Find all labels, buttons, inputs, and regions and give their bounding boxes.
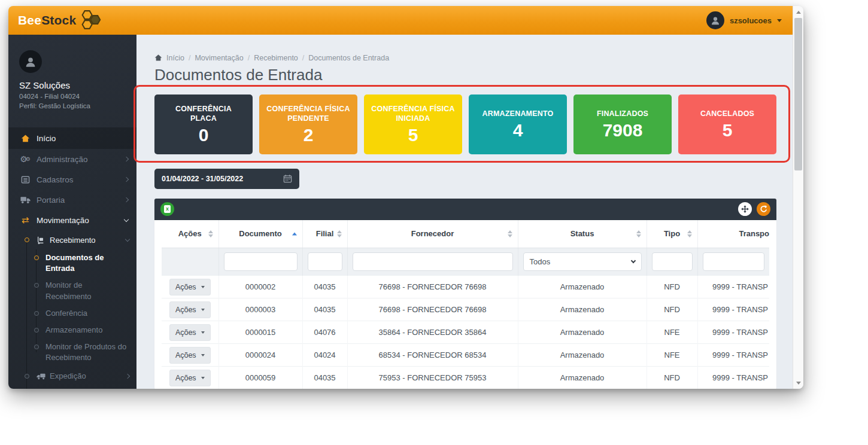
column-label: Transpo — [739, 229, 769, 238]
user-avatar — [706, 11, 724, 29]
sidebar-item-armazenamento[interactable]: Armazenamento — [8, 322, 136, 339]
chevron-right-icon — [125, 373, 130, 378]
filter-fornecedor-input[interactable] — [353, 252, 513, 271]
sidebar-item-expedicao[interactable]: Expedição — [8, 367, 136, 386]
column-header-transportadora[interactable]: Transpo — [697, 220, 769, 248]
filter-tipo-input[interactable] — [652, 252, 693, 271]
breadcrumb-recebimento[interactable]: Recebimento — [254, 54, 298, 62]
expand-table-button[interactable] — [738, 202, 752, 216]
sidebar-item-portaria[interactable]: Portaria — [8, 190, 136, 210]
calendar-icon — [283, 174, 292, 183]
table-row: Ações 0000015 04076 35864 - FORNECEDOR 3… — [162, 321, 769, 344]
table-filter-row: Todos — [162, 248, 769, 276]
row-actions-button[interactable]: Ações — [169, 301, 211, 318]
card-armazenamento[interactable]: ARMAZENAMENTO 4 — [469, 95, 567, 154]
sidebar-item-recebimento[interactable]: Recebimento — [8, 230, 136, 249]
card-conferencia-fisica-iniciada[interactable]: CONFERÊNCIA FÍSICA INICIADA 5 — [364, 95, 462, 154]
sidebar-item-label: Cadastros — [37, 175, 125, 184]
scroll-up-arrow[interactable] — [793, 7, 803, 17]
sort-icon — [208, 230, 213, 237]
expand-arrows-icon — [740, 205, 749, 214]
column-label: Status — [570, 229, 594, 238]
cell-filial: 04035 — [314, 282, 335, 291]
cell-transportadora: 9999 - TRANSP — [712, 282, 768, 291]
sidebar-item-label: Conferência — [45, 309, 87, 318]
breadcrumb-inicio[interactable]: Início — [166, 54, 184, 62]
table-toolbar-right — [738, 202, 770, 216]
sidebar-item-documentos-de-entrada[interactable]: Documentos de Entrada — [8, 249, 136, 277]
truck-icon — [35, 373, 47, 380]
cell-documento: 0000024 — [245, 350, 276, 359]
cell-documento: 0000003 — [245, 305, 276, 314]
sidebar-item-conferencia[interactable]: Conferência — [8, 305, 136, 322]
breadcrumb-documentos-de-entrada[interactable]: Documentos de Entrada — [308, 54, 389, 62]
person-icon — [710, 15, 721, 26]
cell-documento: 0000059 — [245, 373, 276, 382]
row-actions-button[interactable]: Ações — [169, 324, 211, 341]
app-shell: SZ Soluções 04024 - Filial 04024 Perfil:… — [8, 35, 793, 389]
sidebar-item-monitor-de-recebimento[interactable]: Monitor de Recebimento — [8, 277, 136, 304]
filter-filial-input[interactable] — [308, 252, 342, 271]
sort-asc-icon — [292, 232, 297, 235]
chevron-down-icon — [125, 236, 130, 241]
table-row: Ações 0000003 04035 76698 - FORNECEDOR 7… — [162, 298, 769, 321]
card-label: FINALIZADOS — [597, 109, 648, 118]
column-header-filial[interactable]: Filial — [302, 220, 347, 248]
filter-transportadora-input[interactable] — [703, 252, 765, 271]
sidebar-item-cadastros[interactable]: Cadastros — [8, 169, 136, 190]
card-conferencia-placa[interactable]: CONFERÊNCIA PLACA 0 — [154, 95, 253, 154]
table-wrapper: Ações Documento Filial Fornecedor Status… — [154, 220, 776, 389]
scrollbar-thumb[interactable] — [794, 18, 802, 170]
column-header-tipo[interactable]: Tipo — [647, 220, 697, 248]
bullet-icon — [25, 237, 29, 242]
breadcrumb-separator: / — [248, 54, 250, 62]
user-menu[interactable]: szsolucoes — [706, 11, 782, 29]
sidebar-item-inicio[interactable]: Início — [8, 127, 136, 149]
cell-fornecedor: 68534 - FORNECEDOR 68534 — [379, 350, 487, 359]
sort-icon — [337, 230, 342, 237]
filter-cell-empty — [162, 248, 218, 276]
sidebar-item-estoque[interactable]: ▦ Estoque — [8, 386, 136, 389]
column-header-acoes[interactable]: Ações — [162, 220, 218, 248]
sidebar-item-label: Expedição — [50, 371, 126, 380]
column-header-fornecedor[interactable]: Fornecedor — [347, 220, 518, 248]
column-header-status[interactable]: Status — [518, 220, 647, 248]
bullet-icon — [34, 311, 39, 316]
column-header-documento[interactable]: Documento — [218, 220, 302, 248]
cell-status: Armazenado — [560, 328, 605, 337]
sidebar-item-monitor-de-produtos[interactable]: Monitor de Produtos do Recebimento — [8, 339, 136, 366]
row-actions-button[interactable]: Ações — [169, 279, 211, 295]
column-label: Fornecedor — [411, 229, 454, 238]
export-excel-button[interactable]: x — [160, 202, 174, 216]
bullet-icon — [25, 374, 29, 379]
card-conferencia-fisica-pendente[interactable]: CONFERÊNCIA FÍSICA PENDENTE 2 — [259, 95, 357, 154]
breadcrumb: Início / Movimentação / Recebimento / Do… — [154, 53, 793, 63]
sidebar-item-movimentacao[interactable]: ⇄ Movimentação — [8, 210, 136, 230]
sidebar-item-administracao[interactable]: ⚙⚙ Administração — [8, 149, 136, 169]
card-cancelados[interactable]: CANCELADOS 5 — [678, 95, 776, 154]
cell-status: Armazenado — [560, 373, 605, 382]
sidebar-item-label: Monitor de Recebimento — [45, 281, 92, 300]
cell-transportadora: 9999 - TRANSP — [712, 305, 768, 314]
exchange-arrows-icon: ⇄ — [18, 216, 32, 225]
recebimento-submenu: Documentos de Entrada Monitor de Recebim… — [8, 249, 136, 367]
refresh-table-button[interactable] — [757, 202, 770, 216]
date-range-picker[interactable]: 01/04/2022 - 31/05/2022 — [154, 169, 299, 189]
card-finalizados[interactable]: FINALIZADOS 7908 — [573, 95, 672, 154]
main-content: Início / Movimentação / Recebimento / Do… — [136, 35, 793, 389]
breadcrumb-movimentacao[interactable]: Movimentação — [195, 54, 243, 62]
row-actions-button[interactable]: Ações — [169, 370, 211, 386]
row-actions-button[interactable]: Ações — [169, 347, 211, 364]
filter-documento-input[interactable] — [224, 252, 298, 271]
page-scrollbar[interactable] — [793, 6, 803, 389]
logo-text-stock: Stock — [41, 13, 76, 28]
table-toolbar: x — [154, 199, 776, 220]
status-cards: CONFERÊNCIA PLACA 0 CONFERÊNCIA FÍSICA P… — [154, 95, 776, 154]
scroll-down-arrow[interactable] — [793, 378, 803, 388]
actions-label: Ações — [175, 374, 196, 382]
cell-tipo: NFE — [664, 350, 680, 359]
home-icon[interactable] — [154, 54, 162, 62]
date-range-value: 01/04/2022 - 31/05/2022 — [162, 175, 243, 183]
filter-status-select[interactable]: Todos — [523, 252, 642, 271]
table-row: Ações 0000059 04035 75953 - FORNECEDOR 7… — [162, 367, 769, 389]
